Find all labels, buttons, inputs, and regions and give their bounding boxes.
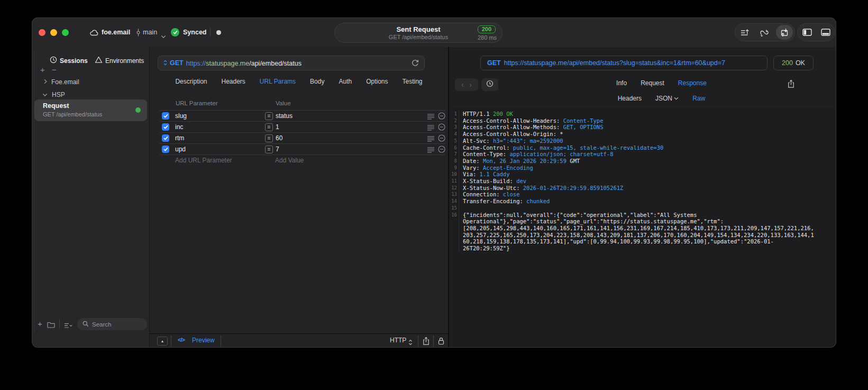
line-number: 1: [449, 111, 459, 117]
chevron-down-icon[interactable]: [161, 31, 166, 41]
request-tab-body[interactable]: Body: [310, 78, 324, 85]
param-name[interactable]: upd: [175, 146, 186, 153]
request-list-icon[interactable]: [737, 25, 754, 40]
list-filter-icon[interactable]: [64, 321, 72, 331]
sync-status-label[interactable]: Synced: [183, 29, 206, 36]
close-window-button[interactable]: [39, 29, 45, 36]
reorder-handle-icon[interactable]: [427, 112, 434, 122]
param-enabled-checkbox[interactable]: [162, 112, 169, 120]
refresh-icon[interactable]: [412, 59, 419, 67]
code-text: Vary: Accept-Encoding: [459, 165, 814, 171]
request-url-bar[interactable]: GET https://statuspage.me/api/embed/stat…: [158, 56, 425, 70]
protocol-select[interactable]: HTTP: [390, 337, 406, 344]
add-session-button[interactable]: +: [40, 66, 45, 74]
remove-param-icon[interactable]: [438, 146, 445, 155]
share-icon[interactable]: [788, 79, 794, 90]
expand-up-icon[interactable]: ▲: [157, 337, 168, 346]
code-segment: Date:: [463, 158, 483, 164]
code-segment: Accept-Encoding: [483, 165, 533, 171]
code-text: Date: Mon, 26 Jan 2026 20:29:59 GMT: [459, 158, 814, 165]
zoom-window-button[interactable]: [62, 29, 69, 36]
request-tab-description[interactable]: Description: [175, 78, 207, 85]
request-tab-auth[interactable]: Auth: [339, 78, 352, 85]
code-line: 10Via: 1.1 Caddy: [449, 171, 836, 178]
response-subtab-headers[interactable]: Headers: [618, 95, 642, 102]
panel-bottom-icon[interactable]: [817, 25, 834, 40]
branch-name[interactable]: main: [143, 29, 157, 36]
request-method[interactable]: GET: [170, 59, 184, 67]
http-updown-icon[interactable]: [408, 338, 413, 348]
add-param-row[interactable]: Add URL ParameterAdd Value: [160, 155, 445, 166]
sent-request-pill[interactable]: Sent Request GET /api/embed/status 200 2…: [334, 23, 502, 43]
request-tab-headers[interactable]: Headers: [221, 78, 245, 85]
code-line: 12X-Status-Now-Utc: 2026-01-26T20:29:59.…: [449, 185, 836, 192]
reorder-handle-icon[interactable]: [427, 123, 434, 133]
minimize-window-button[interactable]: [50, 29, 57, 36]
request-tab-testing[interactable]: Testing: [403, 78, 423, 85]
param-name[interactable]: rtm: [175, 134, 184, 142]
param-value[interactable]: 7: [276, 146, 279, 153]
request-item-subtitle: GET /api/embed/status: [43, 111, 102, 117]
preview-button[interactable]: Preview: [192, 337, 215, 344]
add-param-placeholder[interactable]: Add URL Parameter: [175, 157, 232, 164]
footer-divider: [221, 335, 221, 347]
sidebar-search-field[interactable]: Search: [77, 318, 147, 330]
param-enabled-checkbox[interactable]: [162, 146, 169, 153]
panel-left-icon[interactable]: [799, 25, 816, 40]
footer-divider: [433, 335, 434, 347]
code-segment: close: [503, 191, 520, 197]
remove-param-icon[interactable]: [438, 123, 445, 133]
loop-icon[interactable]: [756, 25, 773, 40]
line-number: 7: [449, 151, 459, 158]
equals-badge: =: [265, 146, 273, 153]
footer-divider: [59, 320, 60, 328]
request-tab-url-params[interactable]: URL Params: [260, 78, 296, 85]
response-panel: GET https://statuspage.me/api/embed/stat…: [448, 47, 836, 348]
line-number: 6: [449, 144, 459, 151]
response-url-bar[interactable]: GET https://statuspage.me/api/embed/stat…: [480, 56, 768, 70]
param-value[interactable]: 60: [276, 134, 282, 142]
send-receive-icon[interactable]: [776, 25, 793, 40]
tab-environments[interactable]: Environments: [95, 56, 144, 65]
remove-param-icon[interactable]: [438, 112, 445, 122]
response-tab-info[interactable]: Info: [616, 79, 627, 87]
response-tab-request[interactable]: Request: [641, 79, 664, 87]
param-value[interactable]: 1: [276, 123, 279, 131]
sidebar-item-hsp[interactable]: HSP: [42, 91, 65, 98]
status-code-badge: 200: [478, 25, 496, 33]
response-tab-response[interactable]: Response: [678, 79, 707, 87]
response-subtab-json[interactable]: JSON: [655, 95, 679, 102]
line-number: 2: [449, 117, 459, 124]
remove-session-button[interactable]: −: [52, 66, 57, 74]
code-segment: Access-Control-Allow-Headers:: [463, 117, 563, 124]
param-enabled-checkbox[interactable]: [162, 123, 169, 131]
param-enabled-checkbox[interactable]: [162, 134, 169, 142]
recording-dot[interactable]: [216, 30, 221, 35]
response-tabs: InfoRequestResponse: [449, 79, 836, 87]
param-name[interactable]: slug: [175, 112, 187, 120]
line-number: 4: [449, 131, 459, 138]
method-updown-icon[interactable]: [163, 58, 167, 68]
sidebar-item-foe-email[interactable]: Foe.email: [44, 78, 79, 86]
project-name[interactable]: foe.email: [102, 29, 130, 36]
add-value-placeholder[interactable]: Add Value: [275, 157, 304, 164]
code-text: {"incidents":null,"overall":{"code":"ope…: [459, 212, 814, 252]
param-value[interactable]: status: [276, 112, 293, 120]
response-status-code: 200: [782, 59, 793, 67]
reorder-handle-icon[interactable]: [427, 134, 434, 144]
footer-divider: [171, 335, 171, 347]
response-nav-row: ‹ › InfoRequestResponse: [449, 78, 836, 91]
share-icon[interactable]: [423, 337, 430, 348]
lock-icon[interactable]: [438, 337, 444, 347]
json-chevron-icon: [672, 95, 679, 102]
response-body-view[interactable]: 1HTTP/1.1 200 OK2Access-Control-Allow-He…: [449, 108, 836, 348]
tab-sessions[interactable]: Sessions: [50, 56, 88, 65]
response-subtab-raw[interactable]: Raw: [692, 95, 705, 102]
remove-param-icon[interactable]: [438, 134, 445, 144]
add-item-button[interactable]: +: [38, 319, 42, 329]
request-tab-options[interactable]: Options: [366, 78, 388, 85]
sidebar-item-request-selected[interactable]: Request GET /api/embed/status: [34, 99, 147, 121]
reorder-handle-icon[interactable]: [427, 146, 434, 155]
folder-icon[interactable]: [47, 321, 55, 330]
param-name[interactable]: inc: [175, 123, 183, 131]
